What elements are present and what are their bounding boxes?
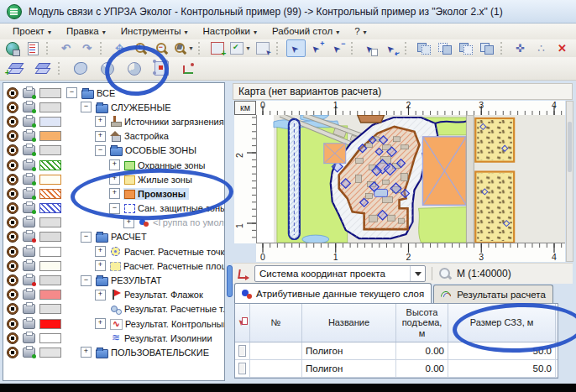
layer-tree-row[interactable]: + ПОЛЬЗОВАТЕЛЬСКИЕ [3,345,224,359]
layer-color-swatch[interactable] [39,175,61,185]
visibility-eye-icon[interactable] [7,246,18,258]
column-header[interactable]: № [250,304,302,342]
table-cell[interactable] [235,360,250,377]
column-header[interactable]: Название [302,304,396,342]
subtract-polygons-button[interactable] [457,39,476,57]
layer-tree-row[interactable]: + Расчет. Расчетные площ... [3,259,224,273]
table-cell[interactable]: Полигон [302,360,396,377]
zoom-out-button[interactable]: − [152,39,171,57]
layer-tree-row[interactable]: + Промзоны [3,186,224,201]
print-layer-icon[interactable] [23,160,35,170]
layer-tree-row[interactable]: Результат. Расчетные т... [3,302,224,316]
tree-expand-toggle[interactable]: − [81,232,92,243]
splitter-handle[interactable] [227,265,233,297]
tree-expand-toggle[interactable]: − [81,102,92,112]
layer-label[interactable]: Застройка [124,131,169,141]
layer-label[interactable]: Результат. Флажок [124,290,203,300]
delete-object-button[interactable]: ✕ [552,39,572,57]
column-header[interactable]: Размер СЗЗ, м [448,304,556,342]
layer-label[interactable]: ОСОБЫЕ ЗОНЫ [125,145,196,155]
edit-nodes-button[interactable]: ∴ [531,39,551,57]
layer-tree-row[interactable]: + Источники загрязнения ат... [3,114,224,128]
layer-label[interactable]: ПОЛЬЗОВАТЕЛЬСКИЕ [111,348,209,358]
layer-color-swatch[interactable] [39,275,61,285]
print-layer-icon[interactable] [23,102,35,112]
tree-expand-toggle[interactable]: + [95,116,106,127]
scrollbar-thumb[interactable] [568,122,572,172]
tree-expand-toggle[interactable]: − [109,203,120,214]
tab-attribute-data[interactable]: Атрибутивные данные текущего слоя [234,283,432,303]
pointer-button[interactable] [286,39,306,57]
select-check-button[interactable]: ▼ [229,39,252,57]
visibility-eye-icon[interactable] [7,217,18,228]
print-layer-icon[interactable] [23,261,35,271]
layer-color-swatch[interactable] [39,290,61,300]
layer-color-swatch[interactable] [39,333,61,343]
map-canvas[interactable] [256,115,565,243]
map-vertical-scrollbar[interactable] [566,101,573,262]
visibility-eye-icon[interactable] [7,289,18,301]
layer-tree-row[interactable]: + Расчет. Расчетные точки [3,244,224,259]
layer-label[interactable]: ВСЕ [97,88,115,98]
menu-item-4[interactable]: Рабочий стол▾ [264,25,347,38]
tab-calc-results[interactable]: Результаты расчета [433,285,553,303]
draw-polyline-button[interactable] [176,58,200,80]
layer-tree-row[interactable]: + Результат. Флажок [3,288,224,302]
layer-color-swatch[interactable] [39,131,61,141]
pointer-object-button[interactable] [361,39,380,57]
tree-expand-toggle[interactable]: − [66,87,77,98]
table-cell[interactable] [235,342,250,359]
layer-label[interactable]: Жилые зоны [138,175,192,185]
visibility-eye-icon[interactable] [7,174,18,186]
layer-label[interactable]: Результат. Расчетные т... [124,304,225,314]
print-layer-icon[interactable] [23,290,35,300]
tree-expand-toggle[interactable]: + [95,290,106,301]
panel-splitter[interactable] [226,82,232,381]
row-checkbox[interactable] [238,345,246,357]
draw-rectangle-button[interactable] [149,58,173,80]
visibility-eye-icon[interactable] [7,274,18,286]
table-cell[interactable]: 0.00 [396,360,448,377]
layer-color-swatch[interactable] [39,247,61,257]
tree-expand-toggle[interactable]: + [95,131,106,142]
layer-color-swatch[interactable] [39,232,61,242]
print-layer-icon[interactable] [23,275,35,285]
table-cell[interactable]: 50.0 [448,342,556,359]
layer-label[interactable]: Сан. защитные зоны [138,203,225,213]
print-layer-icon[interactable] [23,145,35,155]
print-layer-icon[interactable] [23,232,35,242]
print-layer-icon[interactable] [23,348,35,358]
print-layer-icon[interactable] [23,189,35,199]
coordinate-system-select[interactable]: Система координат проекта [254,265,426,282]
pan-button[interactable]: ✥ [110,39,129,57]
visibility-eye-icon[interactable] [7,87,18,99]
pointer-remove-button[interactable]: − [328,39,348,57]
layer-tree-row[interactable]: − ВСЕ [3,86,224,100]
menu-item-3[interactable]: Настройки▾ [196,25,264,38]
tree-expand-toggle[interactable]: + [109,159,120,170]
layer-color-swatch[interactable] [39,261,61,271]
table-cell[interactable] [250,360,302,377]
menu-item-5[interactable]: ?▾ [347,25,374,38]
layer-color-swatch[interactable] [39,145,61,155]
layer-color-swatch[interactable] [39,203,61,213]
tree-expand-toggle[interactable]: + [95,246,106,257]
column-header[interactable]: Высота подъема, м [396,304,448,342]
table-cell[interactable]: 0.00 [396,342,448,359]
visibility-eye-icon[interactable] [7,116,18,128]
layer-color-swatch[interactable] [39,304,61,314]
layer-label[interactable]: <Группа по умолчанию> [153,217,225,227]
layer-label[interactable]: Охранные зоны [138,160,205,170]
layer-color-swatch[interactable] [39,160,61,170]
table-row[interactable]: Полигон0.0050.0 [235,342,558,360]
menu-item-0[interactable]: Проект▾ [5,25,59,38]
pointer-move-button[interactable]: ➜ [382,39,401,57]
draw-polygon-button[interactable] [69,58,92,80]
tree-expand-toggle[interactable]: + [109,174,120,185]
layer-label[interactable]: РАСЧЕТ [111,232,147,242]
visibility-eye-icon[interactable] [7,188,18,200]
layer-label[interactable]: Промзоны [138,189,186,199]
visibility-eye-icon[interactable] [7,231,18,243]
tree-expand-toggle[interactable]: + [123,217,134,228]
layer-color-swatch[interactable] [39,217,61,227]
